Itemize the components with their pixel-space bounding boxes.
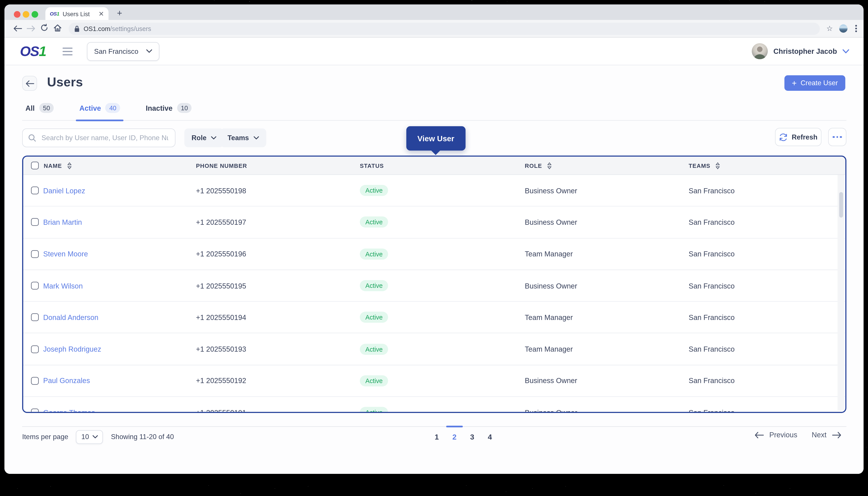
home-icon[interactable] <box>51 24 64 33</box>
pager-controls: Previous Next <box>755 431 841 439</box>
teams-cell: San Francisco <box>689 218 846 227</box>
maximize-window-button[interactable] <box>32 11 38 18</box>
more-actions-button[interactable] <box>828 128 847 146</box>
select-all-checkbox[interactable] <box>31 161 39 169</box>
browser-tabstrip: OS1 Users List ✕ + <box>4 4 864 20</box>
user-name-link[interactable]: Steven Moore <box>43 250 88 258</box>
chevron-down-icon <box>253 136 259 140</box>
page-size-select[interactable]: 10 <box>76 430 103 444</box>
tab-all[interactable]: All50 <box>22 103 57 120</box>
minimize-window-button[interactable] <box>23 11 29 18</box>
column-header-name[interactable]: Name <box>23 161 196 169</box>
status-cell: Active <box>360 407 525 413</box>
phone-cell: +1 2025550194 <box>196 313 360 322</box>
user-name-link[interactable]: Daniel Lopez <box>43 186 85 195</box>
page-number-3[interactable]: 3 <box>467 432 478 443</box>
row-checkbox[interactable] <box>31 218 39 226</box>
row-checkbox[interactable] <box>31 187 39 195</box>
tab-inactive[interactable]: Inactive10 <box>142 103 195 120</box>
footer-divider <box>22 426 847 427</box>
tab-active[interactable]: Active40 <box>76 103 124 120</box>
hamburger-menu-icon[interactable] <box>63 47 73 55</box>
status-cell: Active <box>360 248 525 260</box>
reload-icon[interactable] <box>37 24 51 33</box>
role-cell: Team Manager <box>525 250 689 258</box>
table-scrollbar-track[interactable] <box>838 175 844 411</box>
teams-cell: San Francisco <box>689 313 846 322</box>
browser-tab[interactable]: OS1 Users List ✕ <box>45 7 108 20</box>
status-badge: Active <box>360 344 388 355</box>
user-name-link[interactable]: Donald Anderson <box>43 313 98 322</box>
back-icon[interactable] <box>11 24 25 33</box>
previous-page-button[interactable]: Previous <box>755 431 797 439</box>
create-user-button[interactable]: + Create User <box>785 75 846 91</box>
new-tab-button[interactable]: + <box>114 8 125 19</box>
sort-icon[interactable] <box>67 162 72 169</box>
users-table: Name Phone Number Status Role Teams <box>22 156 847 413</box>
row-checkbox[interactable] <box>31 345 39 353</box>
table-row[interactable]: Mark Wilson +1 2025550195 Active Busines… <box>23 270 846 302</box>
user-menu-name[interactable]: Christopher Jacob <box>773 47 837 56</box>
status-badge: Active <box>360 248 388 260</box>
teams-cell: San Francisco <box>689 408 846 413</box>
url-text: OS1.com/settings/users <box>84 25 151 32</box>
row-checkbox[interactable] <box>31 250 39 258</box>
page-number-1[interactable]: 1 <box>431 432 443 443</box>
table-row[interactable]: Steven Moore +1 2025550196 Active Team M… <box>23 238 846 270</box>
forward-icon[interactable] <box>25 24 37 33</box>
role-cell: Team Manager <box>525 313 689 322</box>
user-name-link[interactable]: Paul Gonzales <box>43 377 90 385</box>
bookmark-star-icon[interactable]: ☆ <box>826 25 833 33</box>
row-checkbox[interactable] <box>31 377 39 385</box>
browser-profile-avatar[interactable] <box>839 25 848 33</box>
column-header-role[interactable]: Role <box>525 162 689 169</box>
status-tabs: All50 Active40 Inactive10 <box>22 103 847 121</box>
plus-icon: + <box>792 78 797 88</box>
table-row[interactable]: Brian Martin +1 2025550197 Active Busine… <box>23 206 846 238</box>
user-name-link[interactable]: Brian Martin <box>43 218 82 227</box>
status-cell: Active <box>360 375 525 386</box>
sort-icon[interactable] <box>547 162 552 169</box>
table-scrollbar-thumb[interactable] <box>839 192 843 218</box>
phone-cell: +1 2025550198 <box>196 186 360 195</box>
user-name-link[interactable]: Joseph Rodriguez <box>43 345 101 353</box>
back-button[interactable] <box>22 76 37 91</box>
page-numbers: 1 2 3 4 <box>431 432 496 443</box>
status-cell: Active <box>360 312 525 323</box>
close-window-button[interactable] <box>14 11 20 18</box>
teams-cell: San Francisco <box>689 377 846 385</box>
sort-icon[interactable] <box>715 162 720 169</box>
row-checkbox[interactable] <box>31 409 39 413</box>
row-checkbox[interactable] <box>31 282 39 290</box>
table-row[interactable]: Donald Anderson +1 2025550194 Active Tea… <box>23 302 846 334</box>
table-row[interactable]: Joseph Rodriguez +1 2025550193 Active Te… <box>23 334 846 365</box>
table-row[interactable]: Paul Gonzales +1 2025550192 Active Busin… <box>23 365 846 397</box>
role-filter-dropdown[interactable]: Role <box>184 128 224 147</box>
page-content: Users + Create User All50 Active40 Inact… <box>4 65 864 474</box>
search-input[interactable] <box>41 134 170 142</box>
teams-filter-dropdown[interactable]: Teams <box>220 128 266 147</box>
phone-cell: +1 2025550191 <box>196 408 360 413</box>
arrow-left-icon <box>755 432 764 438</box>
url-bar[interactable]: OS1.com/settings/users <box>69 22 820 34</box>
next-page-button[interactable]: Next <box>812 431 841 439</box>
view-user-tooltip[interactable]: View User <box>406 126 465 151</box>
user-name-link[interactable]: George Thomas <box>43 408 95 413</box>
role-cell: Business Owner <box>525 377 689 385</box>
user-avatar[interactable] <box>752 43 768 59</box>
location-selector[interactable]: San Francisco <box>87 42 160 61</box>
tab-close-icon[interactable]: ✕ <box>98 10 104 17</box>
table-row[interactable]: George Thomas +1 2025550191 Active Busin… <box>23 397 846 413</box>
user-menu-chevron-icon[interactable] <box>842 49 849 53</box>
page-number-2[interactable]: 2 <box>449 432 460 443</box>
browser-menu-icon[interactable] <box>856 25 857 32</box>
refresh-button[interactable]: Refresh <box>775 128 822 146</box>
page-number-4[interactable]: 4 <box>484 432 496 443</box>
user-name-link[interactable]: Mark Wilson <box>43 281 83 290</box>
status-cell: Active <box>360 344 525 355</box>
row-checkbox[interactable] <box>31 313 39 321</box>
column-header-teams[interactable]: Teams <box>689 162 846 169</box>
app-header: OS1 San Francisco Christopher Jacob <box>4 37 864 65</box>
table-row[interactable]: Daniel Lopez +1 2025550198 Active Busine… <box>23 175 846 206</box>
browser-window: OS1 Users List ✕ + OS1.com/settings/use <box>4 4 864 474</box>
